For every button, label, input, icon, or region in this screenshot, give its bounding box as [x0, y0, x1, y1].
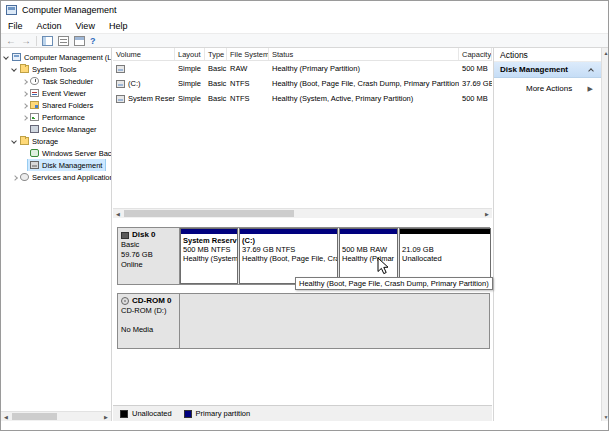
column-header-capacity[interactable]: Capacity — [459, 48, 492, 60]
partition-c-drive[interactable]: (C:) 37.69 GB NTFS Healthy (Boot, Page F… — [239, 228, 338, 284]
volume-row[interactable]: Simple Basic RAW Healthy (Primary Partit… — [113, 61, 492, 76]
chevron-up-icon[interactable] — [588, 66, 595, 73]
volume-icon — [116, 80, 125, 88]
tree-item-disk-management[interactable]: Disk Management — [1, 159, 111, 171]
menu-action[interactable]: Action — [30, 20, 69, 32]
menu-file[interactable]: File — [1, 20, 30, 32]
disk-0-partitions: System Reserv 500 MB NTFS Healthy (Syste… — [180, 228, 489, 284]
chevron-down-icon[interactable] — [11, 66, 18, 73]
column-header-layout[interactable]: Layout — [175, 48, 205, 60]
back-arrow-icon[interactable]: ← — [6, 35, 16, 47]
forward-arrow-icon[interactable]: → — [21, 35, 31, 47]
title-bar: Computer Management — [1, 1, 608, 19]
scroll-right-icon[interactable]: ▶ — [482, 209, 492, 218]
partition-title: (C:) — [242, 236, 335, 245]
scrollbar-thumb[interactable] — [12, 413, 57, 420]
cdrom-0-row: CD-ROM 0 CD-ROM (D:) No Media — [117, 293, 490, 349]
device-manager-icon — [30, 125, 39, 133]
export-list-icon[interactable] — [58, 36, 69, 46]
services-icon — [20, 173, 29, 181]
chevron-right-icon[interactable] — [21, 114, 28, 121]
volume-type: Basic — [205, 94, 227, 103]
tree-item-services-and-applications[interactable]: Services and Applications — [1, 171, 111, 183]
menu-help[interactable]: Help — [102, 20, 135, 32]
help-icon[interactable]: ? — [90, 36, 96, 46]
tree-item-device-manager[interactable]: Device Manager — [1, 123, 111, 135]
tree-item-task-scheduler[interactable]: Task Scheduler — [1, 75, 111, 87]
chevron-right-icon[interactable] — [21, 90, 28, 97]
cdrom-0-empty-area — [180, 294, 489, 348]
more-actions-item[interactable]: More Actions ▶ — [494, 78, 601, 93]
properties-icon[interactable] — [74, 36, 85, 46]
column-header-type[interactable]: Type — [205, 48, 227, 60]
tree-item-label: Device Manager — [42, 125, 97, 134]
tree-item-storage[interactable]: Storage — [1, 135, 111, 147]
cdrom-drive-letter: CD-ROM (D:) — [121, 306, 176, 316]
column-header-file-system[interactable]: File System — [227, 48, 269, 60]
volume-name: System Reserved — [128, 94, 175, 103]
tree-item-label: Services and Applications — [32, 173, 111, 182]
toolbar: ← → ? — [1, 33, 608, 48]
partition-status: Healthy (System — [183, 254, 235, 263]
scroll-right-icon[interactable]: ▶ — [101, 412, 111, 421]
actions-panel-title: Actions — [494, 48, 601, 62]
cd-icon — [121, 297, 129, 305]
actions-section-label: Disk Management — [500, 65, 568, 74]
volume-layout: Simple — [175, 79, 205, 88]
menu-view[interactable]: View — [69, 20, 102, 32]
volume-list: Volume Layout Type File System Status Ca… — [113, 48, 492, 208]
volume-file-system: NTFS — [227, 79, 269, 88]
partition-system-reserved[interactable]: System Reserv 500 MB NTFS Healthy (Syste… — [180, 228, 238, 284]
volume-capacity: 500 MB — [459, 64, 492, 73]
tree-item-event-viewer[interactable]: Event Viewer — [1, 87, 111, 99]
tree-horizontal-scrollbar[interactable]: ◀ ▶ — [1, 411, 111, 421]
chevron-down-icon[interactable] — [3, 54, 10, 61]
partition-status: Healthy (Boot, Page File, Cras — [242, 254, 335, 263]
scroll-left-icon[interactable]: ◀ — [1, 412, 11, 421]
tree-item-windows-server-backup[interactable]: Windows Server Backup — [1, 147, 111, 159]
computer-icon — [12, 53, 21, 61]
volume-row[interactable]: System Reserved Simple Basic NTFS Health… — [113, 91, 492, 106]
tree-item-performance[interactable]: Performance — [1, 111, 111, 123]
tree-item-system-tools[interactable]: System Tools — [1, 63, 111, 75]
volume-file-system: RAW — [227, 64, 269, 73]
scroll-left-icon[interactable]: ◀ — [113, 209, 123, 218]
chevron-down-icon[interactable] — [11, 138, 18, 145]
column-header-volume[interactable]: Volume — [113, 48, 175, 60]
tree-item-label: Event Viewer — [42, 89, 86, 98]
shared-folders-icon — [30, 101, 39, 109]
chevron-right-icon[interactable] — [21, 78, 28, 85]
volume-type: Basic — [205, 79, 227, 88]
actions-section-disk-management[interactable]: Disk Management — [494, 62, 601, 78]
volume-type: Basic — [205, 64, 227, 73]
disk-management-main-panel: Volume Layout Type File System Status Ca… — [113, 48, 492, 421]
disk-name: Disk 0 — [132, 230, 156, 240]
volume-status: Healthy (Boot, Page File, Crash Dump, Pr… — [269, 79, 459, 88]
column-header-status[interactable]: Status — [269, 48, 459, 60]
cdrom-0-label[interactable]: CD-ROM 0 CD-ROM (D:) No Media — [118, 294, 180, 348]
event-viewer-icon — [30, 89, 39, 97]
volume-list-horizontal-scrollbar[interactable]: ◀ ▶ — [113, 208, 492, 218]
performance-icon — [30, 113, 39, 121]
scrollbar-thumb[interactable] — [124, 210, 294, 217]
volume-capacity: 500 MB — [459, 94, 492, 103]
mouse-cursor — [377, 257, 389, 275]
task-scheduler-icon — [30, 77, 39, 85]
tree-item-shared-folders[interactable]: Shared Folders — [1, 99, 111, 111]
vertical-scrollbar[interactable]: ▲ ▼ — [601, 48, 609, 421]
partition-raw[interactable]: 500 MB RAW Healthy (Primar — [339, 228, 398, 284]
disk-0-label[interactable]: Disk 0 Basic 59.76 GB Online — [118, 228, 180, 284]
volume-row[interactable]: (C:) Simple Basic NTFS Healthy (Boot, Pa… — [113, 76, 492, 91]
tree-item-computer-management[interactable]: Computer Management (Local — [1, 51, 111, 63]
tree-item-label: Storage — [32, 137, 58, 146]
chevron-right-icon[interactable] — [21, 102, 28, 109]
chevron-right-icon[interactable] — [11, 174, 18, 181]
window-title: Computer Management — [22, 5, 117, 15]
cdrom-name: CD-ROM 0 — [132, 296, 172, 306]
unallocated-color-swatch — [120, 410, 128, 418]
scroll-up-icon[interactable]: ▲ — [602, 48, 609, 57]
partition-unallocated[interactable]: 21.09 GB Unallocated — [399, 228, 491, 284]
scroll-down-icon[interactable]: ▼ — [602, 412, 609, 421]
show-console-tree-icon[interactable] — [42, 36, 53, 46]
volume-layout: Simple — [175, 94, 205, 103]
